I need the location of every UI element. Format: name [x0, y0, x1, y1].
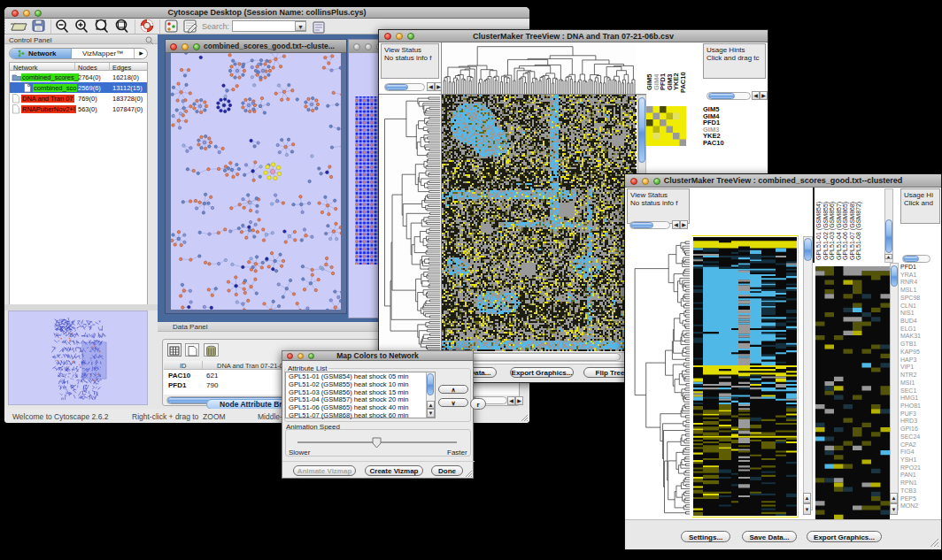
svg-text:GPL51-08 (GSM872): GPL51-08 (GSM872)	[855, 202, 862, 260]
svg-text:PAC10: PAC10	[679, 72, 687, 93]
